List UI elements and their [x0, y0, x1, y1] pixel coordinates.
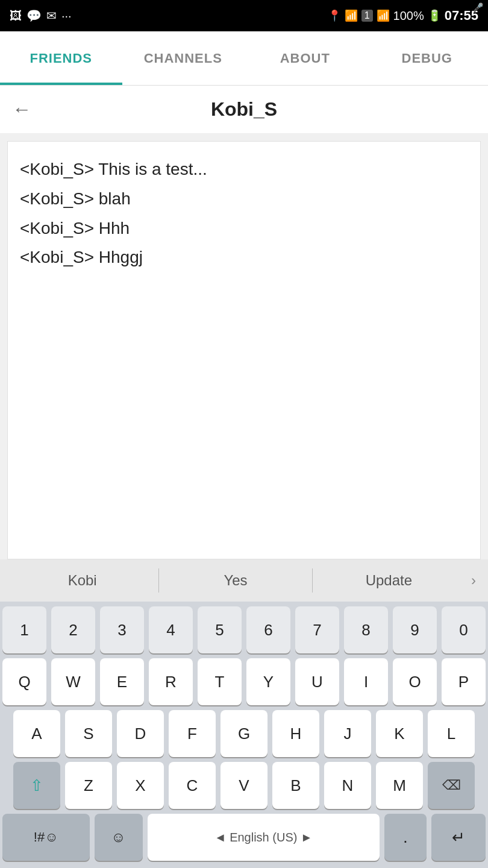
- key-f[interactable]: F: [169, 710, 216, 757]
- key-v[interactable]: V: [221, 762, 267, 809]
- sim-badge: 1: [361, 10, 373, 22]
- enter-key[interactable]: ↵: [431, 814, 486, 861]
- key-6[interactable]: 6: [246, 606, 290, 653]
- emoji-key[interactable]: ☺ 🎤: [95, 814, 143, 861]
- emoji-icon: ☺: [111, 829, 126, 846]
- tab-about[interactable]: ABOUT: [244, 31, 366, 85]
- key-m[interactable]: M: [376, 762, 423, 809]
- key-w[interactable]: W: [51, 658, 95, 705]
- more-icon: ···: [61, 9, 72, 23]
- delete-icon: ⌫: [442, 778, 461, 793]
- key-x[interactable]: X: [117, 762, 164, 809]
- enter-icon: ↵: [452, 828, 465, 847]
- chat-message-4: <Kobi_S> Hhggj: [20, 244, 468, 271]
- key-i[interactable]: I: [344, 658, 388, 705]
- signal-icon: 📶: [377, 9, 390, 22]
- tab-bar: FRIENDS CHANNELS ABOUT DEBUG: [0, 31, 488, 86]
- gallery-icon: 🖼: [10, 9, 22, 23]
- battery-label: 100%: [393, 9, 424, 23]
- keyboard-asdf-row: A S D F G H J K L: [2, 710, 486, 757]
- key-3[interactable]: 3: [100, 606, 144, 653]
- key-d[interactable]: D: [117, 710, 164, 757]
- key-p[interactable]: P: [442, 658, 486, 705]
- status-bar: 🖼 💬 ✉ ··· 📍 📶 1 📶 100% 🔋 07:55: [0, 0, 488, 31]
- autocomplete-word-3[interactable]: Update: [313, 572, 465, 589]
- dot-key[interactable]: .: [384, 814, 427, 861]
- key-y[interactable]: Y: [246, 658, 290, 705]
- mic-icon: 🎤: [473, 2, 483, 12]
- symbols-key[interactable]: !#☺: [2, 814, 90, 861]
- keyboard: 1 2 3 4 5 6 7 8 9 0 Q W E R T Y U I O P …: [0, 602, 488, 868]
- key-s[interactable]: S: [65, 710, 112, 757]
- keyboard-zxcv-row: ⇧ Z X C V B N M ⌫: [2, 762, 486, 809]
- chat-message-1: <Kobi_S> This is a test...: [20, 156, 468, 183]
- location-icon: 📍: [328, 9, 341, 22]
- key-q[interactable]: Q: [2, 658, 46, 705]
- tab-friends[interactable]: FRIENDS: [0, 31, 122, 85]
- keyboard-qwerty-row: Q W E R T Y U I O P: [2, 658, 486, 705]
- tab-debug[interactable]: DEBUG: [366, 31, 489, 85]
- key-j[interactable]: J: [324, 710, 371, 757]
- key-8[interactable]: 8: [344, 606, 388, 653]
- key-l[interactable]: L: [428, 710, 475, 757]
- whatsapp-icon: 💬: [27, 8, 42, 23]
- keyboard-numbers-row: 1 2 3 4 5 6 7 8 9 0: [2, 606, 486, 653]
- autocomplete-next-icon[interactable]: ›: [465, 572, 482, 589]
- key-t[interactable]: T: [198, 658, 242, 705]
- key-k[interactable]: K: [376, 710, 423, 757]
- back-button[interactable]: ←: [12, 98, 31, 121]
- autocomplete-word-1[interactable]: Kobi: [6, 572, 158, 589]
- key-r[interactable]: R: [149, 658, 193, 705]
- tab-channels[interactable]: CHANNELS: [122, 31, 245, 85]
- key-e[interactable]: E: [100, 658, 144, 705]
- key-0[interactable]: 0: [442, 606, 486, 653]
- chat-message-3: <Kobi_S> Hhh: [20, 215, 468, 242]
- key-2[interactable]: 2: [51, 606, 95, 653]
- key-g[interactable]: G: [221, 710, 267, 757]
- delete-key[interactable]: ⌫: [428, 762, 475, 809]
- autocomplete-word-2[interactable]: Yes: [159, 572, 311, 589]
- key-b[interactable]: B: [272, 762, 319, 809]
- shift-icon: ⇧: [30, 776, 43, 795]
- autocomplete-bar: Kobi Yes Update ›: [0, 559, 488, 602]
- key-o[interactable]: O: [393, 658, 437, 705]
- space-key[interactable]: ◄ English (US) ►: [148, 814, 380, 861]
- key-7[interactable]: 7: [295, 606, 339, 653]
- key-c[interactable]: C: [169, 762, 216, 809]
- key-9[interactable]: 9: [393, 606, 437, 653]
- battery-icon: 🔋: [428, 9, 441, 22]
- status-icons: 🖼 💬 ✉ ···: [10, 8, 72, 23]
- chat-area: <Kobi_S> This is a test... <Kobi_S> blah…: [7, 141, 481, 559]
- chat-title: Kobi_S: [43, 98, 445, 121]
- key-u[interactable]: U: [295, 658, 339, 705]
- key-4[interactable]: 4: [149, 606, 193, 653]
- wifi-icon: 📶: [345, 9, 358, 22]
- key-h[interactable]: H: [272, 710, 319, 757]
- chat-header: ← Kobi_S: [0, 86, 488, 134]
- keyboard-bottom-row: !#☺ ☺ 🎤 ◄ English (US) ► . ↵: [2, 814, 486, 861]
- key-n[interactable]: N: [324, 762, 371, 809]
- mail-icon: ✉: [46, 8, 57, 23]
- chat-message-2: <Kobi_S> blah: [20, 186, 468, 213]
- key-z[interactable]: Z: [65, 762, 112, 809]
- key-a[interactable]: A: [13, 710, 60, 757]
- key-1[interactable]: 1: [2, 606, 46, 653]
- key-5[interactable]: 5: [198, 606, 242, 653]
- status-right: 📍 📶 1 📶 100% 🔋 07:55: [328, 8, 478, 24]
- shift-key[interactable]: ⇧: [13, 762, 60, 809]
